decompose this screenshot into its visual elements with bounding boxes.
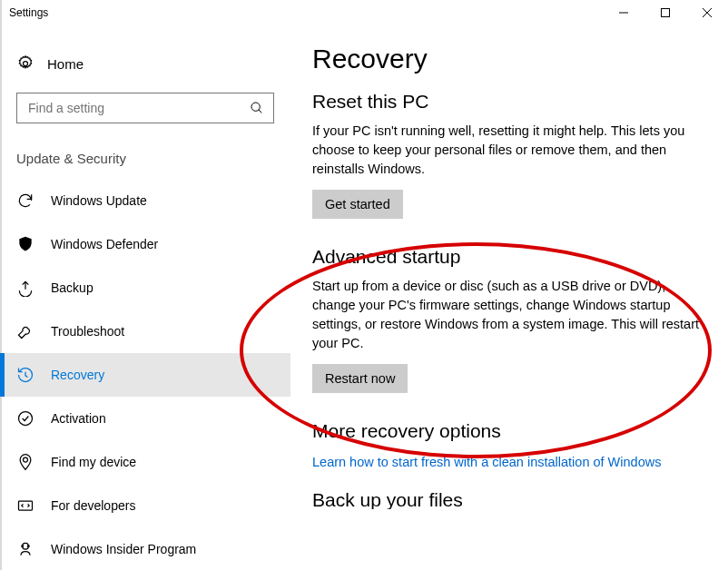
backup-files-section-cutoff: Back up your files bbox=[312, 489, 706, 509]
svg-point-12 bbox=[28, 545, 30, 547]
close-button[interactable] bbox=[686, 0, 728, 25]
minimize-button[interactable] bbox=[603, 0, 644, 25]
backup-files-heading: Back up your files bbox=[312, 489, 706, 509]
advanced-startup-heading: Advanced startup bbox=[312, 246, 706, 268]
svg-point-7 bbox=[19, 412, 33, 426]
reset-pc-section: Reset this PC If your PC isn't running w… bbox=[312, 91, 706, 219]
developer-icon bbox=[16, 496, 34, 515]
sync-icon bbox=[16, 192, 34, 210]
sidebar-item-label: Activation bbox=[51, 411, 106, 426]
location-icon bbox=[16, 453, 34, 471]
svg-point-8 bbox=[24, 457, 28, 462]
svg-rect-9 bbox=[19, 501, 33, 510]
sidebar-item-label: Recovery bbox=[51, 368, 104, 382]
sidebar-item-label: Windows Update bbox=[51, 193, 147, 208]
shield-icon bbox=[16, 235, 34, 253]
window-title: Settings bbox=[9, 6, 48, 19]
sidebar-item-windows-defender[interactable]: Windows Defender bbox=[0, 222, 290, 266]
sidebar-item-troubleshoot[interactable]: Troubleshoot bbox=[0, 310, 290, 353]
reset-pc-heading: Reset this PC bbox=[312, 91, 706, 113]
sidebar-item-find-my-device[interactable]: Find my device bbox=[0, 440, 290, 484]
svg-point-11 bbox=[22, 545, 24, 547]
window-controls bbox=[603, 0, 728, 25]
sidebar-item-activation[interactable]: Activation bbox=[0, 397, 290, 440]
maximize-button[interactable] bbox=[644, 0, 686, 25]
sidebar-item-windows-insider[interactable]: Windows Insider Program bbox=[0, 527, 290, 570]
advanced-startup-body: Start up from a device or disc (such as … bbox=[312, 277, 703, 353]
sidebar-item-label: Backup bbox=[51, 280, 93, 295]
more-recovery-section: More recovery options Learn how to start… bbox=[312, 420, 706, 469]
sidebar-item-label: Find my device bbox=[51, 455, 136, 469]
svg-point-5 bbox=[251, 103, 260, 111]
svg-line-6 bbox=[259, 110, 261, 113]
svg-point-4 bbox=[24, 62, 28, 66]
nav-list: Windows Update Windows Defender Backup T… bbox=[0, 179, 290, 570]
history-icon bbox=[16, 366, 34, 384]
more-recovery-heading: More recovery options bbox=[312, 420, 706, 442]
check-circle-icon bbox=[16, 409, 34, 428]
get-started-button[interactable]: Get started bbox=[312, 190, 403, 219]
main-content: Recovery Reset this PC If your PC isn't … bbox=[290, 25, 728, 570]
sidebar-item-label: Troubleshoot bbox=[51, 324, 124, 339]
page-title: Recovery bbox=[312, 44, 706, 74]
sidebar-item-windows-update[interactable]: Windows Update bbox=[0, 179, 290, 222]
sidebar-item-label: For developers bbox=[51, 498, 135, 513]
sidebar-item-backup[interactable]: Backup bbox=[0, 266, 290, 310]
search-icon bbox=[248, 99, 266, 117]
svg-rect-1 bbox=[662, 9, 670, 17]
advanced-startup-section: Advanced startup Start up from a device … bbox=[312, 246, 706, 393]
sidebar-item-label: Windows Defender bbox=[51, 237, 158, 251]
close-icon bbox=[703, 8, 712, 17]
sidebar-item-recovery[interactable]: Recovery bbox=[0, 353, 290, 397]
sidebar: Home Update & Security Windows Update bbox=[0, 25, 290, 570]
reset-pc-body: If your PC isn't running well, resetting… bbox=[312, 122, 703, 179]
titlebar: Settings bbox=[0, 0, 728, 25]
sidebar-section-header: Update & Security bbox=[0, 142, 290, 179]
gear-icon bbox=[16, 54, 34, 73]
minimize-icon bbox=[619, 8, 628, 17]
search-input[interactable] bbox=[26, 100, 248, 116]
insider-icon bbox=[16, 540, 34, 558]
backup-arrow-icon bbox=[16, 279, 34, 297]
fresh-start-link[interactable]: Learn how to start fresh with a clean in… bbox=[312, 455, 661, 469]
maximize-icon bbox=[661, 8, 670, 17]
wrench-icon bbox=[16, 322, 34, 340]
search-box[interactable] bbox=[16, 93, 274, 123]
home-nav[interactable]: Home bbox=[0, 47, 290, 80]
restart-now-button[interactable]: Restart now bbox=[312, 364, 408, 393]
sidebar-item-label: Windows Insider Program bbox=[51, 542, 196, 556]
sidebar-item-for-developers[interactable]: For developers bbox=[0, 484, 290, 527]
home-label: Home bbox=[47, 56, 84, 72]
